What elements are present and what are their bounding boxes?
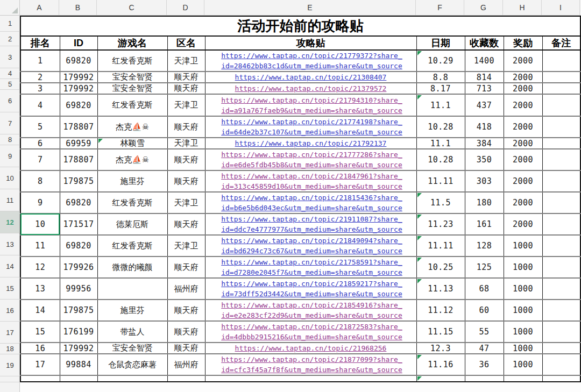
column-header-A[interactable]: A (20, 0, 59, 15)
cell-link[interactable]: https://www.taptap.cn/topic/21911087?sha… (205, 213, 416, 235)
cell-note[interactable] (542, 300, 580, 321)
cell-rank[interactable]: 11 (20, 235, 60, 256)
cell-reward[interactable]: 1000 (504, 343, 542, 354)
cell-favorites[interactable]: 418 (465, 116, 504, 138)
cell-favorites[interactable]: 161 (465, 213, 504, 235)
cell-link[interactable]: https://www.taptap.cn/topic/21854916?sha… (205, 300, 416, 321)
cell-rank[interactable]: 6 (20, 138, 60, 149)
cell-region[interactable]: 顺天府 (167, 116, 205, 138)
strategy-link[interactable]: https://www.taptap.cn/topic/21849094?sha… (219, 236, 402, 256)
cell-note[interactable] (542, 50, 580, 72)
header-date[interactable]: 日期 (416, 36, 465, 50)
cell-note[interactable] (542, 354, 580, 375)
cell-reward[interactable]: 2000 (504, 116, 542, 138)
cell-favorites[interactable]: 350 (465, 149, 504, 170)
cell-id[interactable]: 171517 (60, 213, 97, 235)
cell-date[interactable]: 11.12 (416, 300, 465, 321)
cell-link[interactable]: https://www.taptap.cn/topic/21792137 (205, 138, 416, 149)
cell-note[interactable] (542, 138, 580, 149)
cell-date[interactable]: 10.29 (416, 50, 465, 72)
cell-favorites[interactable]: 713 (465, 83, 504, 94)
cell-rank[interactable]: 9 (20, 192, 60, 213)
cell-rank[interactable]: 1 (20, 50, 60, 72)
cell-reward[interactable]: 2000 (504, 213, 542, 235)
header-note[interactable]: 备注 (542, 36, 580, 50)
cell-favorites[interactable]: 55 (465, 321, 504, 343)
cell-link[interactable]: https://www.taptap.cn/topic/21859217?sha… (205, 278, 416, 300)
strategy-link[interactable]: https://www.taptap.cn/topic/21777286?sha… (219, 149, 402, 170)
cell-rank[interactable]: 7 (20, 149, 60, 170)
cell-link[interactable]: https://www.taptap.cn/topic/21308407 (205, 72, 416, 83)
header-post[interactable]: 攻略贴 (205, 36, 416, 50)
strategy-link[interactable]: https://www.taptap.cn/topic/21859217?sha… (219, 279, 402, 299)
cell-region[interactable]: 顺天府 (167, 256, 205, 278)
cell-date[interactable]: 10.28 (416, 116, 465, 138)
cell-empty[interactable] (60, 375, 97, 382)
strategy-link[interactable]: https://www.taptap.cn/topic/21847961?sha… (219, 171, 402, 191)
cell-region[interactable]: 福州府 (167, 278, 205, 300)
cell-id[interactable]: 178807 (60, 116, 97, 138)
cell-date[interactable]: 11.11 (416, 170, 465, 192)
row-header-3[interactable]: 3 (0, 46, 20, 68)
cell-favorites[interactable]: 303 (465, 170, 504, 192)
cell-favorites[interactable]: 437 (465, 94, 504, 116)
cell-date[interactable]: 11.13 (416, 278, 465, 300)
row-header-11[interactable]: 11 (0, 189, 20, 211)
cell-region[interactable]: 天津卫 (167, 94, 205, 116)
cell-game[interactable]: 施里芬 (97, 300, 167, 321)
cell-note[interactable] (542, 192, 580, 213)
cell-favorites[interactable]: 60 (465, 300, 504, 321)
cell-empty[interactable] (504, 375, 542, 382)
cell-region[interactable]: 顺天府 (167, 213, 205, 235)
cell-link[interactable]: https://www.taptap.cn/topic/21758591?sha… (205, 256, 416, 278)
cell-game[interactable]: 宝安全智贤 (97, 343, 167, 354)
header-region[interactable]: 区名 (167, 36, 205, 50)
cell-note[interactable] (542, 170, 580, 192)
cell-id[interactable]: 69959 (60, 138, 97, 149)
cell-region[interactable]: 顺天府 (167, 321, 205, 343)
cell-note[interactable] (542, 343, 580, 354)
cell-reward[interactable]: 2000 (504, 50, 542, 72)
cell-reward[interactable]: 1000 (504, 256, 542, 278)
cell-note[interactable] (542, 116, 580, 138)
cell-id[interactable]: 179875 (60, 170, 97, 192)
column-header-F[interactable]: F (416, 0, 464, 15)
cell-id[interactable]: 69820 (60, 192, 97, 213)
cell-favorites[interactable]: 125 (465, 256, 504, 278)
cell-rank[interactable]: 5 (20, 116, 60, 138)
cell-favorites[interactable]: 68 (465, 278, 504, 300)
cell-note[interactable] (542, 94, 580, 116)
cell-region[interactable]: 天津卫 (167, 192, 205, 213)
row-header-12[interactable]: 12 (0, 211, 20, 233)
cell-game[interactable]: 微微的曦颜 (97, 256, 167, 278)
cell-game[interactable]: 仓鼠贪恋麻薯 (97, 354, 167, 375)
cell-date[interactable]: 11.15 (416, 321, 465, 343)
cell-id[interactable]: 69820 (60, 94, 97, 116)
row-header-15[interactable]: 15 (0, 277, 20, 300)
cell-favorites[interactable]: 36 (465, 354, 504, 375)
row-header-14[interactable]: 14 (0, 255, 20, 277)
cell-link[interactable]: https://www.taptap.cn/topic/21794310?sha… (205, 94, 416, 116)
cell-empty[interactable] (97, 375, 167, 382)
strategy-link[interactable]: https://www.taptap.cn/topic/21794310?sha… (219, 95, 402, 116)
header-rank[interactable]: 排名 (20, 36, 60, 50)
cell-date[interactable]: 11.1 (416, 94, 465, 116)
cell-game[interactable]: 红发香克斯 (97, 50, 167, 72)
row-header-4[interactable]: 4 (0, 68, 20, 79)
column-header-B[interactable]: B (59, 0, 97, 15)
cell-rank[interactable]: 12 (20, 256, 60, 278)
cell-favorites[interactable]: 384 (465, 138, 504, 149)
strategy-link[interactable]: https://www.taptap.cn/topic/21911087?sha… (219, 214, 402, 234)
cell-region[interactable]: 顺天府 (167, 72, 205, 83)
cell-rank[interactable]: 3 (20, 83, 60, 94)
cell-region[interactable]: 天津卫 (167, 138, 205, 149)
cell-reward[interactable]: 2000 (504, 72, 542, 83)
cell-id[interactable]: 99956 (60, 278, 97, 300)
row-header-5[interactable]: 5 (0, 79, 20, 90)
cell-region[interactable]: 顺天府 (167, 149, 205, 170)
cell-region[interactable]: 顺天府 (167, 83, 205, 94)
header-favorites[interactable]: 收藏数 (465, 36, 504, 50)
cell-date[interactable]: 8.8 (416, 72, 465, 83)
header-reward[interactable]: 奖励 (504, 36, 542, 50)
row-header-7[interactable]: 7 (0, 112, 20, 134)
